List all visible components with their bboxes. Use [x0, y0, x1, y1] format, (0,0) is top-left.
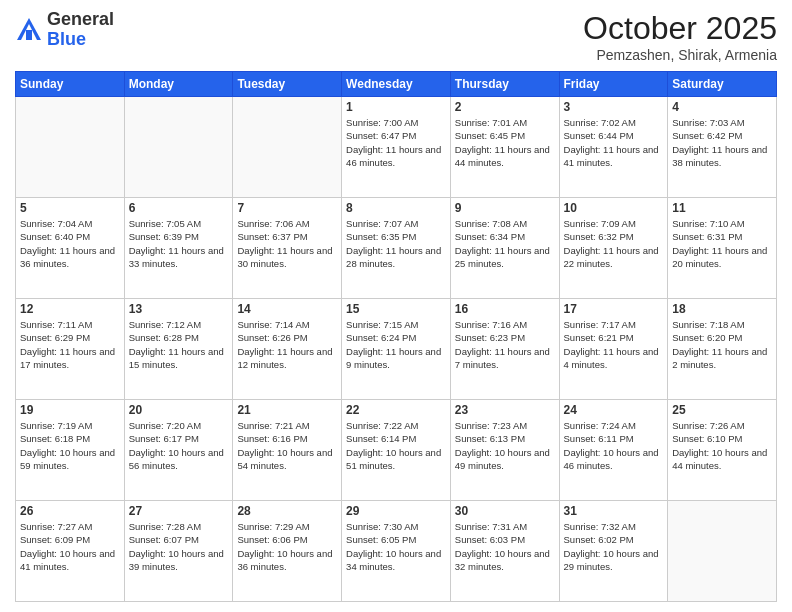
calendar-cell: 31Sunrise: 7:32 AM Sunset: 6:02 PM Dayli… [559, 501, 668, 602]
day-number: 2 [455, 100, 555, 114]
day-info: Sunrise: 7:02 AM Sunset: 6:44 PM Dayligh… [564, 116, 664, 169]
day-info: Sunrise: 7:15 AM Sunset: 6:24 PM Dayligh… [346, 318, 446, 371]
calendar-cell: 20Sunrise: 7:20 AM Sunset: 6:17 PM Dayli… [124, 400, 233, 501]
day-number: 27 [129, 504, 229, 518]
day-info: Sunrise: 7:14 AM Sunset: 6:26 PM Dayligh… [237, 318, 337, 371]
day-number: 1 [346, 100, 446, 114]
calendar-weekday-monday: Monday [124, 72, 233, 97]
calendar-cell [233, 97, 342, 198]
calendar-cell: 24Sunrise: 7:24 AM Sunset: 6:11 PM Dayli… [559, 400, 668, 501]
calendar-cell [668, 501, 777, 602]
calendar-cell: 3Sunrise: 7:02 AM Sunset: 6:44 PM Daylig… [559, 97, 668, 198]
calendar-cell: 15Sunrise: 7:15 AM Sunset: 6:24 PM Dayli… [342, 299, 451, 400]
calendar-cell: 7Sunrise: 7:06 AM Sunset: 6:37 PM Daylig… [233, 198, 342, 299]
calendar-cell: 10Sunrise: 7:09 AM Sunset: 6:32 PM Dayli… [559, 198, 668, 299]
calendar-cell: 17Sunrise: 7:17 AM Sunset: 6:21 PM Dayli… [559, 299, 668, 400]
calendar-cell: 29Sunrise: 7:30 AM Sunset: 6:05 PM Dayli… [342, 501, 451, 602]
calendar-weekday-thursday: Thursday [450, 72, 559, 97]
day-number: 8 [346, 201, 446, 215]
day-info: Sunrise: 7:21 AM Sunset: 6:16 PM Dayligh… [237, 419, 337, 472]
day-number: 26 [20, 504, 120, 518]
day-number: 24 [564, 403, 664, 417]
calendar-weekday-saturday: Saturday [668, 72, 777, 97]
day-info: Sunrise: 7:20 AM Sunset: 6:17 PM Dayligh… [129, 419, 229, 472]
day-number: 15 [346, 302, 446, 316]
day-info: Sunrise: 7:27 AM Sunset: 6:09 PM Dayligh… [20, 520, 120, 573]
day-info: Sunrise: 7:17 AM Sunset: 6:21 PM Dayligh… [564, 318, 664, 371]
day-info: Sunrise: 7:19 AM Sunset: 6:18 PM Dayligh… [20, 419, 120, 472]
calendar-cell: 21Sunrise: 7:21 AM Sunset: 6:16 PM Dayli… [233, 400, 342, 501]
day-info: Sunrise: 7:05 AM Sunset: 6:39 PM Dayligh… [129, 217, 229, 270]
day-number: 23 [455, 403, 555, 417]
calendar-cell: 4Sunrise: 7:03 AM Sunset: 6:42 PM Daylig… [668, 97, 777, 198]
day-number: 3 [564, 100, 664, 114]
day-info: Sunrise: 7:24 AM Sunset: 6:11 PM Dayligh… [564, 419, 664, 472]
day-number: 10 [564, 201, 664, 215]
calendar-cell: 1Sunrise: 7:00 AM Sunset: 6:47 PM Daylig… [342, 97, 451, 198]
calendar-cell: 28Sunrise: 7:29 AM Sunset: 6:06 PM Dayli… [233, 501, 342, 602]
day-number: 31 [564, 504, 664, 518]
calendar-cell: 5Sunrise: 7:04 AM Sunset: 6:40 PM Daylig… [16, 198, 125, 299]
day-number: 22 [346, 403, 446, 417]
calendar-cell: 9Sunrise: 7:08 AM Sunset: 6:34 PM Daylig… [450, 198, 559, 299]
calendar-cell: 23Sunrise: 7:23 AM Sunset: 6:13 PM Dayli… [450, 400, 559, 501]
calendar-cell: 6Sunrise: 7:05 AM Sunset: 6:39 PM Daylig… [124, 198, 233, 299]
location: Pemzashen, Shirak, Armenia [583, 47, 777, 63]
day-info: Sunrise: 7:01 AM Sunset: 6:45 PM Dayligh… [455, 116, 555, 169]
logo-text: General Blue [47, 10, 114, 50]
day-number: 14 [237, 302, 337, 316]
calendar-week-2: 5Sunrise: 7:04 AM Sunset: 6:40 PM Daylig… [16, 198, 777, 299]
calendar-week-4: 19Sunrise: 7:19 AM Sunset: 6:18 PM Dayli… [16, 400, 777, 501]
logo-general: General [47, 9, 114, 29]
day-info: Sunrise: 7:03 AM Sunset: 6:42 PM Dayligh… [672, 116, 772, 169]
calendar-cell: 22Sunrise: 7:22 AM Sunset: 6:14 PM Dayli… [342, 400, 451, 501]
calendar-cell: 25Sunrise: 7:26 AM Sunset: 6:10 PM Dayli… [668, 400, 777, 501]
day-number: 6 [129, 201, 229, 215]
day-info: Sunrise: 7:23 AM Sunset: 6:13 PM Dayligh… [455, 419, 555, 472]
day-info: Sunrise: 7:31 AM Sunset: 6:03 PM Dayligh… [455, 520, 555, 573]
day-info: Sunrise: 7:22 AM Sunset: 6:14 PM Dayligh… [346, 419, 446, 472]
day-number: 5 [20, 201, 120, 215]
calendar-week-3: 12Sunrise: 7:11 AM Sunset: 6:29 PM Dayli… [16, 299, 777, 400]
day-info: Sunrise: 7:08 AM Sunset: 6:34 PM Dayligh… [455, 217, 555, 270]
day-info: Sunrise: 7:06 AM Sunset: 6:37 PM Dayligh… [237, 217, 337, 270]
svg-rect-2 [26, 30, 32, 40]
day-number: 19 [20, 403, 120, 417]
day-number: 9 [455, 201, 555, 215]
calendar-week-1: 1Sunrise: 7:00 AM Sunset: 6:47 PM Daylig… [16, 97, 777, 198]
calendar-cell: 30Sunrise: 7:31 AM Sunset: 6:03 PM Dayli… [450, 501, 559, 602]
day-info: Sunrise: 7:18 AM Sunset: 6:20 PM Dayligh… [672, 318, 772, 371]
page: General Blue October 2025 Pemzashen, Shi… [0, 0, 792, 612]
header-right: October 2025 Pemzashen, Shirak, Armenia [583, 10, 777, 63]
day-number: 30 [455, 504, 555, 518]
day-number: 12 [20, 302, 120, 316]
day-number: 4 [672, 100, 772, 114]
calendar-cell [16, 97, 125, 198]
day-number: 11 [672, 201, 772, 215]
day-number: 28 [237, 504, 337, 518]
day-info: Sunrise: 7:30 AM Sunset: 6:05 PM Dayligh… [346, 520, 446, 573]
day-info: Sunrise: 7:09 AM Sunset: 6:32 PM Dayligh… [564, 217, 664, 270]
day-info: Sunrise: 7:10 AM Sunset: 6:31 PM Dayligh… [672, 217, 772, 270]
day-number: 29 [346, 504, 446, 518]
logo-icon [15, 16, 43, 44]
day-number: 7 [237, 201, 337, 215]
day-number: 21 [237, 403, 337, 417]
day-info: Sunrise: 7:28 AM Sunset: 6:07 PM Dayligh… [129, 520, 229, 573]
calendar-weekday-wednesday: Wednesday [342, 72, 451, 97]
day-info: Sunrise: 7:07 AM Sunset: 6:35 PM Dayligh… [346, 217, 446, 270]
day-info: Sunrise: 7:29 AM Sunset: 6:06 PM Dayligh… [237, 520, 337, 573]
calendar-cell: 12Sunrise: 7:11 AM Sunset: 6:29 PM Dayli… [16, 299, 125, 400]
day-info: Sunrise: 7:04 AM Sunset: 6:40 PM Dayligh… [20, 217, 120, 270]
month-title: October 2025 [583, 10, 777, 47]
header: General Blue October 2025 Pemzashen, Shi… [15, 10, 777, 63]
calendar-weekday-tuesday: Tuesday [233, 72, 342, 97]
day-number: 13 [129, 302, 229, 316]
calendar-header-row: SundayMondayTuesdayWednesdayThursdayFrid… [16, 72, 777, 97]
day-number: 16 [455, 302, 555, 316]
calendar-cell: 26Sunrise: 7:27 AM Sunset: 6:09 PM Dayli… [16, 501, 125, 602]
calendar-cell: 18Sunrise: 7:18 AM Sunset: 6:20 PM Dayli… [668, 299, 777, 400]
calendar-cell: 13Sunrise: 7:12 AM Sunset: 6:28 PM Dayli… [124, 299, 233, 400]
calendar-cell: 19Sunrise: 7:19 AM Sunset: 6:18 PM Dayli… [16, 400, 125, 501]
calendar-cell: 2Sunrise: 7:01 AM Sunset: 6:45 PM Daylig… [450, 97, 559, 198]
